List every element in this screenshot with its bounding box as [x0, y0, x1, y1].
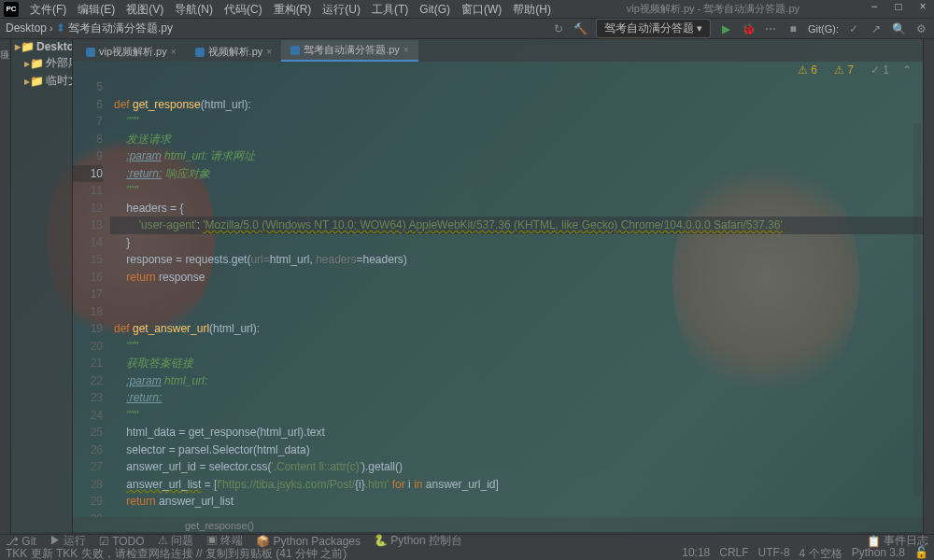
- editor-tabs: vip视频解析.py ×视频解析.py ×驾考自动满分答题.py ×: [73, 39, 923, 62]
- code-line[interactable]: answer_url_id = selector.css('.Content l…: [110, 458, 923, 476]
- code-line[interactable]: return answer_url_list: [110, 493, 923, 511]
- code-line[interactable]: """: [110, 338, 923, 356]
- tree-item[interactable]: ▸📁外部库: [11, 54, 72, 72]
- gear-icon[interactable]: ⚙: [913, 21, 928, 36]
- debug-icon[interactable]: 🐞: [741, 21, 756, 36]
- run-config-selector[interactable]: 驾考自动满分答题 ▾: [596, 19, 711, 38]
- app-logo: PC: [4, 2, 19, 17]
- tab-close-icon[interactable]: ×: [171, 47, 177, 57]
- menu-工具(T)[interactable]: 工具(T): [366, 3, 414, 16]
- git-push-icon[interactable]: ↗: [869, 21, 884, 36]
- indent-setting[interactable]: 4 个空格: [800, 546, 842, 561]
- code-line[interactable]: 获取答案链接: [110, 355, 923, 372]
- code-line[interactable]: :return:: [110, 389, 923, 407]
- menu-代码(C)[interactable]: 代码(C): [219, 3, 268, 16]
- code-breadcrumb[interactable]: get_response(): [73, 517, 923, 534]
- code-line[interactable]: :return: 响应对象: [110, 165, 923, 183]
- code-line[interactable]: """: [110, 113, 923, 131]
- editor-tab[interactable]: 视频解析.py ×: [186, 42, 282, 62]
- inspection-warnings[interactable]: ⚠ 7: [830, 63, 857, 77]
- menu-窗口(W)[interactable]: 窗口(W): [456, 3, 507, 16]
- minimize-icon[interactable]: −: [867, 0, 882, 13]
- menu-运行(U)[interactable]: 运行(U): [317, 3, 366, 16]
- close-icon[interactable]: ×: [915, 0, 930, 13]
- status-message: TKK 更新 TKK 失败，请检查网络连接 // 复制到剪贴板 (41 分钟 之…: [6, 546, 347, 561]
- code-line[interactable]: def get_answer_url(html_url):: [110, 320, 923, 338]
- cursor-position[interactable]: 10:18: [682, 546, 710, 561]
- refresh-icon[interactable]: ↻: [551, 21, 566, 36]
- menu-导航(N)[interactable]: 导航(N): [169, 3, 219, 16]
- editor-tab[interactable]: 驾考自动满分答题.py ×: [281, 40, 418, 62]
- inspection-weak[interactable]: ✓ 1: [867, 63, 893, 77]
- code-editor[interactable]: 5678910111213141516171819202122232425262…: [73, 78, 923, 517]
- code-line[interactable]: }: [110, 234, 923, 252]
- git-label: Git(G):: [808, 23, 839, 35]
- tab-close-icon[interactable]: ×: [266, 47, 272, 57]
- code-line[interactable]: 发送请求: [110, 131, 923, 148]
- project-tree[interactable]: ▸📁Desktop▸📁外部库▸📁临时文件和…: [11, 39, 73, 534]
- menu-编辑(E)[interactable]: 编辑(E): [72, 3, 120, 16]
- code-line[interactable]: [110, 78, 923, 96]
- breadcrumb-root[interactable]: Desktop: [6, 21, 47, 35]
- code-line[interactable]: [110, 303, 923, 321]
- tree-item[interactable]: ▸📁Desktop: [11, 39, 72, 54]
- lock-icon[interactable]: 🔓: [914, 546, 928, 561]
- code-line[interactable]: [110, 286, 923, 303]
- hammer-icon[interactable]: 🔨: [573, 21, 588, 36]
- stop-icon[interactable]: ■: [785, 21, 800, 36]
- code-line[interactable]: def get_response(html_url):: [110, 96, 923, 114]
- code-line[interactable]: """: [110, 182, 923, 200]
- git-update-icon[interactable]: ✓: [846, 21, 861, 36]
- file-encoding[interactable]: UTF-8: [758, 546, 790, 561]
- statusbar: TKK 更新 TKK 失败，请检查网络连接 // 复制到剪贴板 (41 分钟 之…: [0, 547, 934, 560]
- menu-重构(R)[interactable]: 重构(R): [268, 3, 318, 16]
- tool-window-Python 控制台[interactable]: 🐍 Python 控制台: [374, 533, 462, 549]
- toolbar: Desktop › ⬍ 驾考自动满分答题.py ↻ 🔨 驾考自动满分答题 ▾ ▶…: [0, 19, 934, 39]
- code-line[interactable]: answer_url_list = [f'https://tiba.jsyks.…: [110, 476, 923, 494]
- code-line[interactable]: [110, 511, 923, 518]
- more-run-icon[interactable]: ⋯: [763, 21, 778, 36]
- menu-文件(F)[interactable]: 文件(F): [24, 3, 72, 16]
- code-line[interactable]: """: [110, 407, 923, 425]
- code-line[interactable]: response = requests.get(url=html_url, he…: [110, 251, 923, 269]
- tree-item[interactable]: ▸📁临时文件和…: [11, 72, 72, 90]
- run-icon[interactable]: ▶: [718, 21, 733, 36]
- expand-icon[interactable]: ⌃: [902, 63, 912, 77]
- search-icon[interactable]: 🔍: [891, 21, 906, 36]
- tab-close-icon[interactable]: ×: [403, 45, 409, 55]
- code-line[interactable]: return response: [110, 269, 923, 287]
- code-line[interactable]: 'user-agent': 'Mozilla/5.0 (Windows NT 1…: [110, 217, 923, 234]
- code-line[interactable]: selector = parsel.Selector(html_data): [110, 441, 923, 459]
- menu-帮助(H)[interactable]: 帮助(H): [507, 3, 557, 16]
- interpreter[interactable]: Python 3.8: [852, 546, 905, 561]
- menu-Git(G)[interactable]: Git(G): [414, 3, 456, 16]
- python-file-icon: [195, 48, 205, 57]
- maximize-icon[interactable]: □: [891, 0, 906, 13]
- editor-tab[interactable]: vip视频解析.py ×: [77, 42, 186, 62]
- code-line[interactable]: headers = {: [110, 200, 923, 217]
- minimap[interactable]: [913, 123, 921, 497]
- right-gutter[interactable]: [923, 39, 934, 534]
- menu-视图(V)[interactable]: 视图(V): [120, 3, 169, 16]
- python-file-icon: [86, 48, 95, 57]
- python-file-icon: [290, 46, 300, 55]
- menubar: PC 文件(F)编辑(E)视图(V)导航(N)代码(C)重构(R)运行(U)工具…: [0, 0, 934, 19]
- inspection-errors[interactable]: ⚠ 6: [794, 63, 821, 77]
- left-gutter[interactable]: 项目: [0, 39, 11, 534]
- line-separator[interactable]: CRLF: [719, 546, 748, 561]
- code-line[interactable]: :param html_url:: [110, 372, 923, 390]
- code-line[interactable]: html_data = get_response(html_url).text: [110, 424, 923, 441]
- code-line[interactable]: :param html_url: 请求网址: [110, 147, 923, 165]
- breadcrumb-file[interactable]: 驾考自动满分答题.py: [68, 21, 173, 35]
